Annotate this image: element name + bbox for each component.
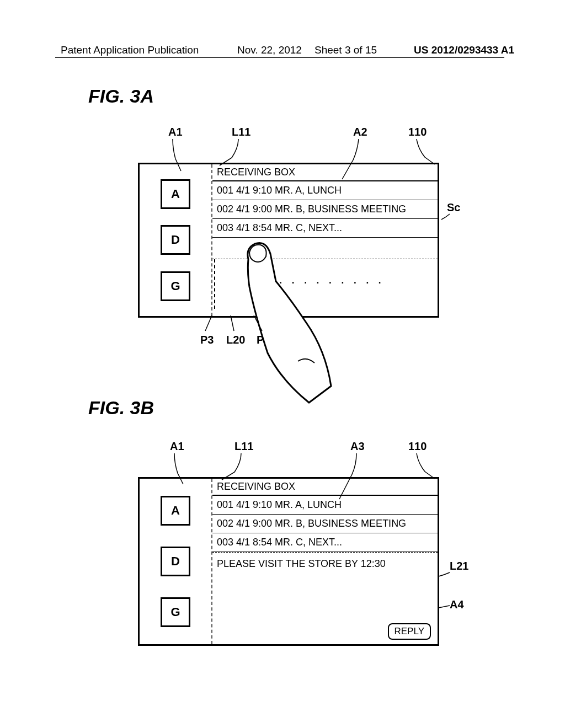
publication-number: US 2012/0293433 A1 [414, 44, 514, 56]
callout-sc: Sc [447, 201, 460, 214]
callout-110: 110 [408, 126, 427, 138]
callout-a3: A3 [350, 440, 365, 453]
list-row-003[interactable]: 003 4/1 8:54 MR. C, NEXT... [212, 219, 438, 238]
detail-text: PLEASE VISIT THE STORE BY 12:30 [217, 558, 386, 569]
fig-3b-screen: A D G RECEIVING BOX 001 4/1 9:10 MR. A, … [138, 477, 439, 646]
sidebar-btn-d-b[interactable]: D [161, 547, 190, 576]
callout-a4: A4 [450, 598, 464, 611]
sidebar-btn-g-b[interactable]: G [161, 597, 190, 627]
sidebar-btn-a[interactable]: A [161, 179, 190, 209]
callout-l11-b: L11 [234, 440, 253, 453]
row-text: 001 4/1 9:10 MR. A, LUNCH [217, 185, 342, 196]
callout-a1-b: A1 [170, 440, 184, 453]
fig-3b-sidebar: A D G [140, 479, 212, 644]
row-text: 001 4/1 9:10 MR. A, LUNCH [217, 499, 342, 510]
fig-3a-title: FIG. 3A [88, 85, 154, 107]
list-row-002-b[interactable]: 002 4/1 9:00 MR. B, BUSINESS MEETING [212, 515, 438, 533]
callout-l21: L21 [450, 560, 468, 572]
callout-p3: P3 [200, 334, 214, 346]
list-row-001-b[interactable]: 001 4/1 9:10 MR. A, LUNCH [212, 496, 438, 515]
fig-3b-title: FIG. 3B [88, 397, 154, 419]
header-rule [55, 57, 504, 58]
fig-3b-main: RECEIVING BOX 001 4/1 9:10 MR. A, LUNCH … [212, 479, 438, 644]
publication-label: Patent Application Publication [61, 44, 199, 56]
finger-icon [215, 237, 353, 408]
callout-110-b: 110 [408, 440, 427, 453]
detail-pane: PLEASE VISIT THE STORE BY 12:30 REPLY [212, 552, 438, 644]
reply-button[interactable]: REPLY [388, 623, 431, 640]
callout-a2: A2 [353, 126, 367, 138]
screen-title: RECEIVING BOX [212, 164, 438, 181]
callout-a1: A1 [168, 126, 183, 138]
sidebar-btn-a-b[interactable]: A [161, 496, 190, 526]
svg-line-0 [205, 315, 212, 331]
sheet-number: Sheet 3 of 15 [315, 44, 377, 56]
fig-3a-sidebar: A D G [140, 164, 212, 316]
sidebar-btn-g[interactable]: G [161, 271, 190, 301]
publication-date: Nov. 22, 2012 [237, 44, 302, 56]
list-row-002[interactable]: 002 4/1 9:00 MR. B, BUSINESS MEETING [212, 200, 438, 219]
list-row-003-b[interactable]: 003 4/1 8:54 MR. C, NEXT... [212, 533, 438, 552]
list-row-001[interactable]: 001 4/1 9:10 MR. A, LUNCH [212, 181, 438, 200]
sidebar-btn-d[interactable]: D [161, 225, 190, 255]
screen-title-b: RECEIVING BOX [212, 479, 438, 496]
callout-l11: L11 [232, 126, 250, 138]
